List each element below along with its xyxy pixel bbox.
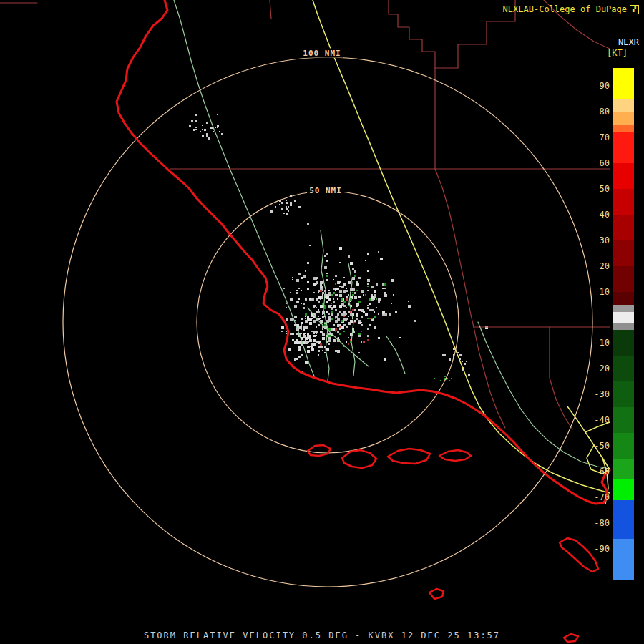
radar-echo-pixel (391, 303, 392, 304)
radar-echo-pixel (219, 131, 220, 132)
radar-echo-pixel (318, 346, 320, 348)
radar-echo-pixel (326, 296, 329, 299)
radar-echo-pixel (341, 298, 343, 301)
radar-echo-pixel (346, 341, 347, 343)
colorbar-tick-label: 10 (570, 287, 610, 297)
colorbar-segment (613, 407, 634, 433)
radar-echo-pixel (459, 354, 462, 356)
colorbar-tick-label: 40 (570, 210, 610, 220)
radar-echo-pixel (324, 307, 326, 309)
radar-echo-pixel (286, 200, 287, 201)
radar-echo-pixel (305, 361, 308, 364)
radar-echo-pixel (337, 288, 339, 290)
radar-echo-pixel (193, 129, 195, 131)
radar-echo-pixel (378, 313, 379, 315)
radar-echo-pixel (468, 374, 470, 376)
radar-echo-pixel (331, 313, 333, 316)
radar-echo-pixel (311, 343, 313, 346)
radar-echo-pixel (307, 333, 309, 335)
radar-echo-pixel (292, 339, 294, 341)
colorbar-segment (613, 292, 634, 305)
radar-echo-pixel (367, 283, 369, 285)
radar-echo-pixel (309, 318, 312, 321)
radar-echo-pixel (371, 294, 373, 296)
radar-echo-pixel (286, 208, 288, 210)
radar-echo-pixel (301, 318, 303, 320)
radar-echo-pixel (324, 324, 326, 326)
radar-echo-pixel (365, 313, 368, 316)
velocity-colorbar (613, 0, 634, 644)
radar-echo-pixel (313, 339, 316, 342)
radar-echo-pixel (382, 283, 384, 286)
radar-echo-pixel (215, 127, 216, 128)
radar-echo-pixel (348, 337, 349, 338)
radar-echo-pixel (294, 341, 297, 344)
radar-echo-pixel (195, 127, 197, 128)
islands (308, 445, 598, 642)
radar-echo-pixel (313, 335, 316, 337)
colorbar-segment (613, 99, 634, 112)
radar-echo-pixel (326, 311, 328, 313)
radar-echo-pixel (217, 114, 218, 115)
radar-echo-pixel (339, 290, 342, 293)
radar-echo-pixel (367, 286, 369, 287)
river-line (174, 0, 315, 378)
radar-echo-pixel (337, 313, 339, 316)
radar-echo-pixel (380, 258, 383, 260)
radar-echo-pixel (322, 328, 323, 330)
radar-echo-pixel (202, 129, 203, 130)
radar-echo-pixel (363, 341, 365, 343)
radar-echo-pixel (309, 322, 312, 325)
radar-echo-pixel (337, 318, 340, 321)
radar-echo-pixel (195, 120, 197, 122)
radar-echo-pixel (408, 301, 409, 302)
radar-echo-pixel (301, 322, 303, 324)
radar-echo-pixel (333, 324, 335, 326)
radar-echo-pixel (301, 324, 302, 326)
radar-echo-pixel (374, 294, 376, 297)
radar-echo-pixel (376, 307, 377, 308)
radar-echo-pixel (328, 290, 330, 291)
radar-echo-pixel (328, 337, 331, 339)
radar-echo-pixel (320, 346, 321, 347)
radar-echo-pixel (328, 333, 331, 335)
radar-echo-pixel (324, 266, 327, 269)
radar-echo-pixel (309, 335, 311, 337)
colorbar-segment (613, 356, 634, 381)
radar-echo-pixel (309, 298, 311, 300)
colorbar-tick-label: -70 (570, 492, 610, 502)
radar-echo-pixel (320, 290, 322, 292)
radar-echo-pixel (335, 288, 337, 290)
radar-echo-pixel (307, 350, 310, 353)
radar-echo-pixel (324, 305, 326, 307)
radar-echo-pixel (322, 294, 323, 296)
radar-echo-pixel (296, 301, 299, 303)
radar-echo-pixel (378, 251, 379, 253)
colorbar-tick-label: -30 (570, 389, 610, 399)
radar-echo-pixel (333, 279, 334, 280)
county-line (270, 0, 271, 19)
island-outline (308, 445, 331, 456)
colorbar-tick-label: 30 (570, 235, 610, 245)
radar-echo-pixel (361, 290, 364, 293)
radar-echo-pixel (354, 296, 357, 299)
colorbar-segment (613, 312, 634, 322)
radar-echo-pixel (324, 352, 326, 353)
radar-echo-pixel (333, 301, 335, 303)
radar-echo-pixel (301, 326, 302, 328)
radar-echo-pixel (374, 290, 376, 293)
radar-echo-pixel (328, 343, 330, 345)
radar-echo-pixel (202, 135, 204, 137)
radar-echo-pixel (305, 270, 306, 272)
colorbar-tick-label: 80 (570, 107, 610, 117)
radar-echo-pixel (356, 313, 358, 316)
radar-echo-pixel (206, 135, 208, 137)
radar-echo-pixel (311, 298, 314, 301)
colorbar-tick-label: 60 (570, 158, 610, 168)
radar-echo-pixel (343, 331, 345, 332)
radar-echo-pixel (298, 341, 301, 344)
radar-echo-pixel (298, 288, 300, 289)
radar-echo-pixel (305, 333, 306, 334)
radar-echo-pixel (195, 129, 197, 130)
radar-echo-pixel (305, 318, 306, 319)
